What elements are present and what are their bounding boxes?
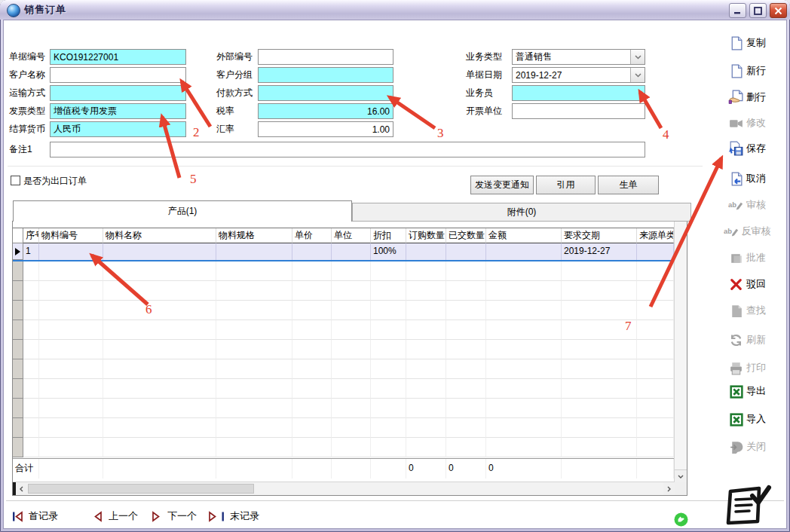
payment-method-field[interactable] (258, 85, 393, 101)
grid-cell (562, 438, 637, 457)
sidebar-button-refresh[interactable]: 刷新 (712, 330, 782, 350)
sidebar-button-copy[interactable]: 复制 (712, 33, 782, 53)
customer-name-field[interactable] (50, 67, 186, 83)
order-no-field[interactable]: KCO191227001 (50, 49, 186, 65)
invoice-type-field[interactable]: 增值税专用发票 (50, 103, 186, 119)
horizontal-scrollbar[interactable] (13, 482, 675, 495)
grid-cell (39, 399, 103, 418)
grid-cell[interactable] (103, 243, 216, 260)
grid-cell[interactable]: 100% (371, 243, 406, 260)
column-header[interactable]: 来源单类! (637, 228, 674, 243)
grid-cell[interactable] (332, 243, 371, 260)
previous-record-icon (92, 511, 103, 522)
grid-cell[interactable] (39, 243, 103, 260)
status-ok-badge (674, 512, 688, 529)
grid-cell (103, 399, 216, 418)
export-order-checkbox[interactable] (11, 176, 20, 185)
send-change-notice-button[interactable]: 发送变更通知 (470, 176, 534, 194)
remark1-field[interactable] (50, 142, 645, 157)
sidebar-button-modify[interactable]: 修改 (712, 113, 782, 133)
grid-cell[interactable] (446, 243, 486, 260)
column-header[interactable]: 物料编号 (39, 228, 103, 243)
business-type-select[interactable]: 普通销售 (512, 49, 645, 65)
exchange-rate-field[interactable]: 1.00 (258, 121, 393, 137)
sidebar-button-audit[interactable]: ab审核 (712, 195, 782, 215)
reference-button[interactable]: 引用 (536, 176, 596, 194)
column-header[interactable]: 折扣 (371, 228, 406, 243)
sidebar-button-save[interactable]: 保存 (712, 139, 782, 158)
customer-group-field[interactable] (258, 67, 393, 83)
sidebar-button-approve[interactable]: 批准 (712, 248, 782, 268)
business-type-dropdown-button[interactable] (630, 50, 645, 64)
tax-rate-field[interactable]: 16.00 (258, 103, 393, 119)
grid-cell[interactable] (292, 243, 332, 260)
nav-next-record[interactable]: 下一个 (151, 508, 197, 524)
grid-cell: 0 (406, 459, 446, 478)
order-date-dropdown-button[interactable] (630, 68, 645, 82)
nav-previous-record[interactable]: 上一个 (92, 508, 138, 524)
sidebar-button-export[interactable]: 导出 (712, 381, 782, 401)
column-header[interactable]: 订购数量 (406, 228, 446, 243)
form-divider (8, 166, 703, 167)
grid-cell (486, 281, 562, 301)
modify-icon (728, 115, 744, 131)
grid-cell[interactable] (637, 243, 674, 260)
svg-text:ab: ab (728, 200, 736, 208)
sidebar-button-close[interactable]: 关闭 (712, 437, 782, 457)
grid-cell[interactable] (486, 243, 562, 260)
salesperson-field[interactable] (512, 85, 645, 101)
external-no-field[interactable] (258, 49, 393, 65)
grid-cell (103, 261, 216, 281)
grid-cell (406, 359, 446, 379)
find-icon (728, 303, 744, 319)
generate-order-button[interactable]: 生单 (598, 176, 659, 194)
sidebar-button-find[interactable]: 查找 (712, 301, 782, 320)
grid-cell: 0 (486, 459, 562, 478)
grid-cell (332, 459, 371, 478)
sidebar-button-import[interactable]: 导入 (712, 409, 782, 429)
sidebar-button-cancel[interactable]: 取消 (712, 169, 782, 188)
nav-last-record[interactable]: 末记录 (208, 508, 259, 524)
grid-cell (216, 281, 292, 301)
grid-empty-row (13, 418, 687, 438)
column-header[interactable]: 单价 (292, 228, 332, 243)
grid-cell (446, 379, 486, 399)
tab-attachments[interactable]: 附件(0) (352, 203, 691, 222)
tab-products[interactable]: 产品(1) (13, 200, 352, 222)
vertical-scrollbar[interactable] (674, 222, 687, 482)
order-date-select[interactable]: 2019-12-27 (512, 67, 645, 83)
sidebar-button-new-row[interactable]: 新行 (712, 61, 782, 81)
sidebar-button-print[interactable]: 打印 (712, 358, 782, 378)
scrollbar-thumb[interactable] (28, 484, 254, 494)
sidebar-button-delete-row[interactable]: 删行 (712, 87, 782, 107)
grid-cell[interactable] (216, 243, 292, 260)
grid-cell[interactable]: 2019-12-27 (562, 243, 637, 260)
column-header[interactable]: 单位 (332, 228, 371, 243)
column-header[interactable]: 要求交期 (562, 228, 637, 243)
sidebar-button-reject[interactable]: 驳回 (712, 274, 782, 294)
grid-row-selected[interactable]: 1100%2019-12-27 (13, 243, 687, 261)
column-header[interactable]: 已交数量 (446, 228, 486, 243)
invoice-unit-field[interactable] (512, 103, 645, 119)
column-header[interactable]: 物料规格 (216, 228, 292, 243)
label-external-no: 外部编号 (216, 49, 253, 65)
nav-first-record[interactable]: 首记录 (12, 508, 58, 524)
grid-cell (562, 340, 637, 359)
grid-cell[interactable]: 1 (23, 243, 39, 260)
scroll-down-button[interactable] (675, 469, 687, 482)
column-header[interactable]: 金额 (486, 228, 562, 243)
grid-cell (637, 438, 674, 457)
scroll-right-button[interactable] (663, 482, 675, 495)
grid-cell (562, 320, 637, 340)
settle-currency-field[interactable]: 人民币 (50, 121, 186, 137)
row-indicator-cell (13, 228, 23, 243)
label-invoice-unit: 开票单位 (466, 103, 502, 119)
grid-cell[interactable] (406, 243, 446, 260)
grid-cell (292, 281, 332, 301)
sidebar-button-unaudit[interactable]: ab反审核 (712, 222, 782, 241)
transport-mode-field[interactable] (50, 85, 186, 101)
scroll-left-button[interactable] (16, 482, 27, 495)
grid-cell (332, 418, 371, 438)
column-header[interactable]: 序号 (23, 228, 39, 243)
column-header[interactable]: 物料名称 (103, 228, 216, 243)
